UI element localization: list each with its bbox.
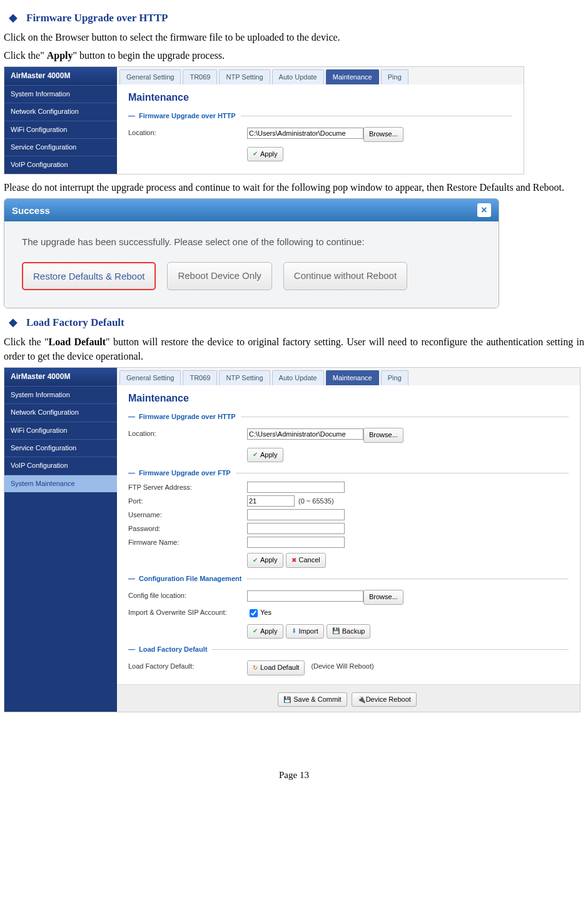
port-range: (0 ~ 65535) bbox=[298, 497, 334, 506]
label-loaddef: Load Factory Default: bbox=[128, 662, 247, 671]
para-browse: Click on the Browser button to select th… bbox=[4, 31, 584, 44]
section-header-http: —Firmware Upgrade over HTTP bbox=[128, 412, 569, 422]
section-title: Firmware Upgrade over HTTP bbox=[139, 111, 236, 121]
bottom-bar: Save & Commit 🔌 Device Reboot bbox=[117, 684, 580, 712]
diamond-icon: ◆ bbox=[9, 10, 18, 26]
page-footer: Page 13 bbox=[4, 769, 584, 782]
tab-ping[interactable]: Ping bbox=[381, 370, 408, 385]
location-input[interactable] bbox=[247, 128, 363, 139]
yes-label: Yes bbox=[260, 608, 271, 617]
apply-button[interactable]: Apply bbox=[247, 553, 283, 567]
success-dialog: Success × The upgrade has been successfu… bbox=[4, 198, 499, 308]
sidebar-item-service[interactable]: Service Configuration bbox=[4, 138, 117, 156]
para-warning: Please do not interrupt the upgrade proc… bbox=[4, 181, 584, 195]
fwname-input[interactable] bbox=[247, 537, 345, 548]
tab-autoupdate[interactable]: Auto Update bbox=[272, 370, 324, 385]
section-header-http: —Firmware Upgrade over HTTP bbox=[128, 111, 512, 121]
sidebar-item-sysmaint[interactable]: System Maintenance bbox=[4, 475, 117, 492]
sidebar-item-wifi[interactable]: WiFi Configuration bbox=[4, 422, 117, 439]
label-fwname: Firmware Name: bbox=[128, 538, 247, 547]
tab-autoupdate[interactable]: Auto Update bbox=[272, 69, 324, 84]
sip-checkbox[interactable] bbox=[250, 609, 258, 617]
port-input[interactable] bbox=[247, 495, 295, 507]
text: Click the" bbox=[4, 50, 47, 61]
section-header-ftp: —Firmware Upgrade over FTP bbox=[128, 468, 569, 478]
label-password: Password: bbox=[128, 524, 247, 533]
section-title: Configuration File Management bbox=[139, 574, 241, 584]
tab-general[interactable]: General Setting bbox=[119, 370, 181, 385]
para-load-default: Click the "Load Default" button will res… bbox=[4, 335, 584, 363]
tab-tr069[interactable]: TR069 bbox=[183, 69, 217, 84]
sidebar-item-sysinfo[interactable]: System Information bbox=[4, 85, 117, 103]
apply-button[interactable]: Apply bbox=[247, 448, 283, 462]
tab-ping[interactable]: Ping bbox=[381, 69, 408, 84]
browse-button[interactable]: Browse... bbox=[363, 428, 403, 442]
username-input[interactable] bbox=[247, 509, 345, 520]
import-button[interactable]: Import bbox=[286, 624, 324, 639]
ftp-server-input[interactable] bbox=[247, 482, 345, 493]
restore-defaults-reboot-button[interactable]: Restore Defaults & Reboot bbox=[22, 262, 156, 290]
tab-ntp[interactable]: NTP Setting bbox=[219, 370, 270, 385]
tab-general[interactable]: General Setting bbox=[119, 69, 181, 84]
load-default-bold: Load Default bbox=[49, 336, 106, 347]
sidebar-item-sysinfo[interactable]: System Information bbox=[4, 386, 117, 403]
close-icon[interactable]: × bbox=[477, 203, 491, 217]
sidebar-title: AirMaster 4000M bbox=[4, 368, 117, 386]
heading-firmware-upgrade: ◆ Firmware Upgrade over HTTP bbox=[4, 10, 584, 26]
sidebar-item-wifi[interactable]: WiFi Configuration bbox=[4, 121, 117, 138]
load-default-button[interactable]: Load Default bbox=[247, 660, 305, 675]
label-port: Port: bbox=[128, 497, 247, 506]
admin-screenshot-2: AirMaster 4000M System Information Netwo… bbox=[4, 367, 580, 712]
tabs: General Setting TR069 NTP Setting Auto U… bbox=[117, 67, 524, 84]
page-title: Maintenance bbox=[128, 91, 512, 104]
password-input[interactable] bbox=[247, 523, 345, 534]
heading-text: Load Factory Default bbox=[26, 315, 124, 330]
label-location: Location: bbox=[128, 429, 247, 438]
heading-load-factory-default: ◆ Load Factory Default bbox=[4, 315, 584, 330]
tab-ntp[interactable]: NTP Setting bbox=[219, 69, 270, 84]
sidebar-title: AirMaster 4000M bbox=[4, 67, 117, 85]
admin-screenshot-1: AirMaster 4000M System Information Netwo… bbox=[4, 66, 524, 174]
sidebar: AirMaster 4000M System Information Netwo… bbox=[4, 368, 117, 712]
tab-maintenance[interactable]: Maintenance bbox=[326, 69, 379, 84]
sidebar-item-voip[interactable]: VoIP Configuration bbox=[4, 457, 117, 474]
dialog-title: Success bbox=[12, 204, 50, 217]
continue-without-reboot-button[interactable]: Continue without Reboot bbox=[283, 262, 407, 290]
reboot-only-button[interactable]: Reboot Device Only bbox=[167, 262, 271, 290]
para-apply: Click the" Apply" button to begin the up… bbox=[4, 49, 584, 63]
section-header-loaddef: —Load Factory Default bbox=[128, 645, 569, 654]
sidebar: AirMaster 4000M System Information Netwo… bbox=[4, 67, 117, 174]
tabs: General Setting TR069 NTP Setting Auto U… bbox=[117, 368, 580, 385]
location-input[interactable] bbox=[247, 428, 363, 440]
sidebar-item-voip[interactable]: VoIP Configuration bbox=[4, 156, 117, 173]
section-title: Firmware Upgrade over HTTP bbox=[139, 412, 236, 422]
section-title: Firmware Upgrade over FTP bbox=[139, 468, 231, 478]
save-commit-button[interactable]: Save & Commit bbox=[278, 692, 347, 707]
heading-text: Firmware Upgrade over HTTP bbox=[26, 11, 168, 26]
browse-button[interactable]: Browse... bbox=[363, 590, 403, 604]
apply-button[interactable]: Apply bbox=[247, 147, 283, 161]
cancel-button[interactable]: Cancel bbox=[286, 553, 326, 567]
apply-button[interactable]: Apply bbox=[247, 624, 283, 639]
label-sipacct: Import & Overwrite SIP Account: bbox=[128, 608, 247, 617]
browse-button[interactable]: Browse... bbox=[363, 127, 403, 141]
label-cfgloc: Config file location: bbox=[128, 591, 247, 600]
text: Device Reboot bbox=[366, 695, 411, 704]
apply-bold: Apply bbox=[47, 50, 73, 61]
backup-button[interactable]: Backup bbox=[327, 624, 371, 639]
section-title: Load Factory Default bbox=[139, 645, 207, 654]
sidebar-item-network[interactable]: Network Configuration bbox=[4, 103, 117, 120]
tab-tr069[interactable]: TR069 bbox=[183, 370, 217, 385]
label-ftp-server: FTP Server Address: bbox=[128, 483, 247, 492]
page-title: Maintenance bbox=[128, 392, 569, 405]
tab-maintenance[interactable]: Maintenance bbox=[326, 370, 379, 385]
cfgloc-input[interactable] bbox=[247, 590, 363, 602]
section-header-cfg: —Configuration File Management bbox=[128, 574, 569, 584]
diamond-icon: ◆ bbox=[9, 315, 18, 330]
dialog-text: The upgrade has been successfully. Pleas… bbox=[22, 235, 481, 248]
text: Click the " bbox=[4, 336, 49, 347]
dialog-header: Success × bbox=[4, 199, 499, 221]
sidebar-item-network[interactable]: Network Configuration bbox=[4, 403, 117, 421]
sidebar-item-service[interactable]: Service Configuration bbox=[4, 439, 117, 457]
device-reboot-button[interactable]: 🔌 Device Reboot bbox=[352, 692, 417, 707]
